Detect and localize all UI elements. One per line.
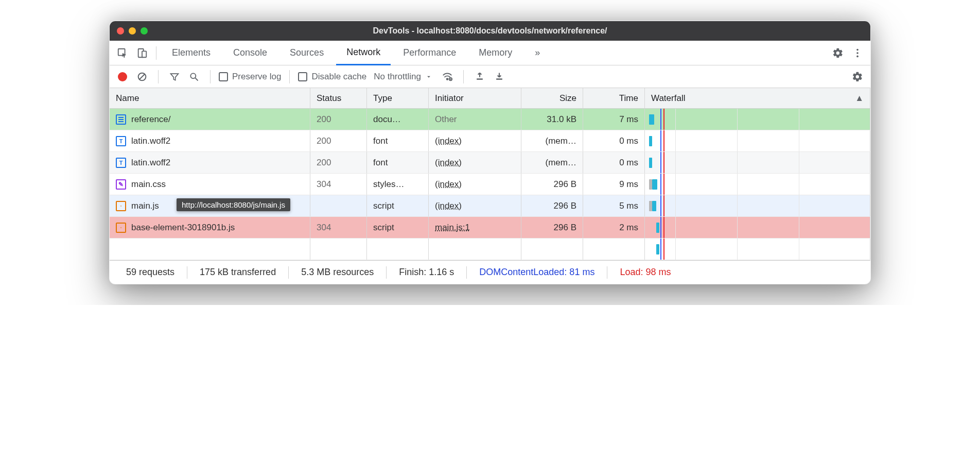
svg-point-3 xyxy=(856,48,859,50)
waterfall-cell xyxy=(645,217,870,238)
titlebar: DevTools - localhost:8080/docs/devtools/… xyxy=(110,21,870,41)
svg-point-5 xyxy=(856,55,859,57)
cell-type: styles… xyxy=(367,174,429,195)
status-requests: 59 requests xyxy=(117,267,184,278)
cell-initiator: Other xyxy=(429,109,521,130)
cell-name[interactable]: Tlatin.woff2 xyxy=(110,130,310,151)
cell-time: 2 ms xyxy=(583,217,645,238)
svg-point-8 xyxy=(190,73,196,78)
col-initiator[interactable]: Initiator xyxy=(429,88,521,108)
cell-status: 200 xyxy=(310,109,367,130)
cell-size: 296 B xyxy=(521,217,583,238)
svg-point-4 xyxy=(856,52,859,54)
record-button[interactable] xyxy=(115,69,130,84)
status-load: Load: 98 ms xyxy=(610,267,680,278)
cell-type: script xyxy=(367,195,429,216)
col-waterfall[interactable]: Waterfall ▲ xyxy=(645,88,870,108)
waterfall-cell xyxy=(645,152,870,173)
status-transferred: 175 kB transferred xyxy=(190,267,285,278)
cell-name[interactable]: reference/ xyxy=(110,109,310,130)
js-file-icon: ◦ xyxy=(116,201,126,211)
col-time[interactable]: Time xyxy=(583,88,645,108)
css-file-icon: ✎ xyxy=(116,179,126,190)
inspect-element-icon[interactable] xyxy=(114,44,131,62)
tab-network[interactable]: Network xyxy=(336,41,391,65)
settings-icon[interactable] xyxy=(829,44,847,62)
cell-status: 200 xyxy=(310,130,367,151)
maximize-window-button[interactable] xyxy=(141,27,148,35)
col-name[interactable]: Name xyxy=(110,88,310,108)
svg-point-10 xyxy=(447,78,448,80)
cell-status xyxy=(310,195,367,216)
tab-memory[interactable]: Memory xyxy=(468,41,522,65)
cell-time: 0 ms xyxy=(583,130,645,151)
table-row[interactable]: Tlatin.woff2200font(index)(mem…0 ms xyxy=(110,152,870,174)
search-icon[interactable] xyxy=(186,69,202,84)
clear-button[interactable] xyxy=(134,69,150,84)
cell-name[interactable]: ✎main.css xyxy=(110,174,310,195)
waterfall-cell xyxy=(645,109,870,130)
throttling-dropdown[interactable]: No throttling xyxy=(371,72,435,82)
export-har-icon[interactable] xyxy=(492,69,507,84)
font-file-icon: T xyxy=(116,158,126,168)
minimize-window-button[interactable] xyxy=(129,27,136,35)
waterfall-cell xyxy=(645,239,870,260)
table-body: reference/200docu…Other31.0 kB7 msTlatin… xyxy=(110,109,870,260)
col-type[interactable]: Type xyxy=(367,88,429,108)
svg-line-7 xyxy=(139,74,145,79)
js-file-icon: ◦ xyxy=(116,223,126,233)
svg-rect-2 xyxy=(142,51,146,57)
col-size[interactable]: Size xyxy=(521,88,583,108)
cell-initiator[interactable]: main.js:1 xyxy=(429,217,521,238)
cell-status: 304 xyxy=(310,174,367,195)
table-row-empty xyxy=(110,239,870,260)
cell-type: docu… xyxy=(367,109,429,130)
sort-ascending-icon: ▲ xyxy=(855,93,864,104)
cell-size: 296 B xyxy=(521,195,583,216)
tab-console[interactable]: Console xyxy=(223,41,277,65)
kebab-menu-icon[interactable] xyxy=(849,44,866,62)
cell-time: 0 ms xyxy=(583,152,645,173)
tab-sources[interactable]: Sources xyxy=(279,41,334,65)
import-har-icon[interactable] xyxy=(472,69,487,84)
window-controls xyxy=(117,27,148,35)
table-row[interactable]: ◦main.jshttp://localhost:8080/js/main.js… xyxy=(110,195,870,217)
tooltip: http://localhost:8080/js/main.js xyxy=(177,198,290,211)
table-row[interactable]: ✎main.css304styles…(index)296 B9 ms xyxy=(110,174,870,195)
cell-initiator[interactable]: (index) xyxy=(429,195,521,216)
disable-cache-checkbox[interactable]: Disable cache xyxy=(298,72,366,82)
cell-name[interactable]: ◦main.jshttp://localhost:8080/js/main.js xyxy=(110,195,310,216)
status-resources: 5.3 MB resources xyxy=(292,267,383,278)
waterfall-cell xyxy=(645,195,870,216)
filter-icon[interactable] xyxy=(167,69,182,84)
devtools-window: DevTools - localhost:8080/docs/devtools/… xyxy=(109,21,871,284)
cell-size: (mem… xyxy=(521,152,583,173)
preserve-log-checkbox[interactable]: Preserve log xyxy=(219,72,281,82)
cell-initiator[interactable]: (index) xyxy=(429,174,521,195)
device-toolbar-icon[interactable] xyxy=(133,44,151,62)
cell-name[interactable]: ◦base-element-3018901b.js xyxy=(110,217,310,238)
doc-file-icon xyxy=(116,114,126,125)
cell-initiator[interactable]: (index) xyxy=(429,130,521,151)
table-row[interactable]: reference/200docu…Other31.0 kB7 ms xyxy=(110,109,870,130)
network-table: Name Status Type Initiator Size Time Wat… xyxy=(110,88,870,260)
svg-rect-12 xyxy=(477,78,483,80)
font-file-icon: T xyxy=(116,136,126,146)
waterfall-cell xyxy=(645,174,870,195)
col-status[interactable]: Status xyxy=(310,88,367,108)
table-row[interactable]: Tlatin.woff2200font(index)(mem…0 ms xyxy=(110,130,870,152)
cell-initiator[interactable]: (index) xyxy=(429,152,521,173)
cell-type: font xyxy=(367,152,429,173)
more-tabs-button[interactable]: » xyxy=(524,41,550,65)
table-row[interactable]: ◦base-element-3018901b.js304scriptmain.j… xyxy=(110,217,870,239)
status-finish: Finish: 1.16 s xyxy=(390,267,463,278)
tab-performance[interactable]: Performance xyxy=(393,41,466,65)
tab-elements[interactable]: Elements xyxy=(162,41,221,65)
status-domcontentloaded: DOMContentLoaded: 81 ms xyxy=(470,267,604,278)
network-settings-icon[interactable] xyxy=(850,69,865,84)
window-title: DevTools - localhost:8080/docs/devtools/… xyxy=(110,26,870,36)
close-window-button[interactable] xyxy=(117,27,124,35)
network-conditions-icon[interactable] xyxy=(440,69,455,84)
svg-rect-13 xyxy=(496,78,502,80)
cell-name[interactable]: Tlatin.woff2 xyxy=(110,152,310,173)
